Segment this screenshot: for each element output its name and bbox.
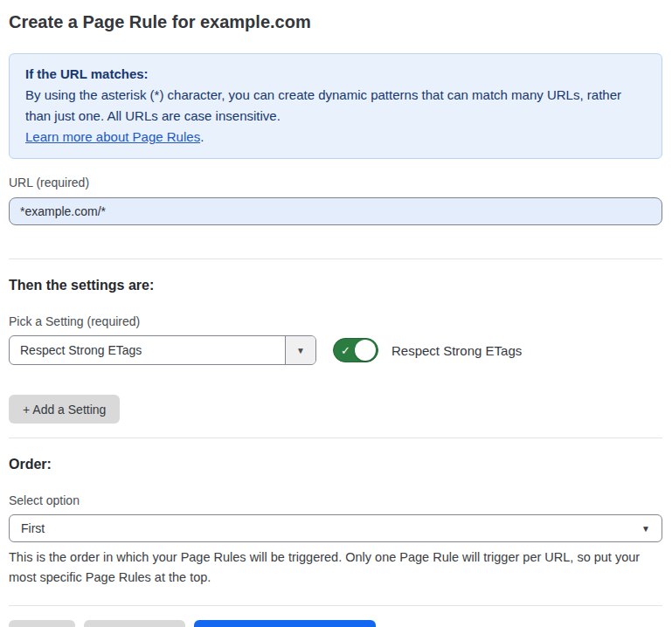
settings-heading: Then the settings are: <box>9 277 662 294</box>
url-match-info-box: If the URL matches: By using the asteris… <box>9 53 662 159</box>
info-box-link-line: Learn more about Page Rules. <box>25 127 646 148</box>
setting-select-value: Respect Strong ETags <box>10 336 285 364</box>
add-setting-button[interactable]: + Add a Setting <box>9 395 120 424</box>
caret-down-icon: ▼ <box>296 346 305 355</box>
setting-picker-label: Pick a Setting (required) <box>9 314 662 329</box>
order-heading: Order: <box>9 456 662 473</box>
setting-toggle[interactable]: ✓ <box>333 338 378 362</box>
toggle-label: Respect Strong ETags <box>391 343 522 358</box>
page-title: Create a Page Rule for example.com <box>9 10 662 33</box>
setting-row: Respect Strong ETags ▼ ✓ Respect Strong … <box>9 335 662 365</box>
link-period: . <box>200 129 204 144</box>
section-divider <box>9 605 662 606</box>
cancel-button[interactable]: Cancel <box>9 620 75 627</box>
check-icon: ✓ <box>341 345 350 356</box>
info-box-heading: If the URL matches: <box>25 64 646 85</box>
order-select-value: First <box>21 521 45 535</box>
toggle-knob <box>355 340 376 361</box>
setting-select[interactable]: Respect Strong ETags ▼ <box>9 335 316 365</box>
setting-select-dropdown-button[interactable]: ▼ <box>285 336 315 364</box>
page-rule-form: Create a Page Rule for example.com If th… <box>0 0 672 627</box>
url-label: URL (required) <box>9 175 662 190</box>
url-input[interactable] <box>9 197 662 225</box>
order-select[interactable]: First ▼ <box>9 514 662 542</box>
section-divider <box>9 258 662 259</box>
save-draft-button[interactable]: Save as Draft <box>84 620 186 627</box>
order-help-text: This is the order in which your Page Rul… <box>9 548 662 588</box>
save-deploy-button[interactable]: Save and Deploy Page Rule <box>194 620 376 627</box>
form-actions: Cancel Save as Draft Save and Deploy Pag… <box>9 620 662 627</box>
section-divider <box>9 438 662 438</box>
info-box-body: By using the asterisk (*) character, you… <box>25 85 646 127</box>
order-select-label: Select option <box>9 493 662 508</box>
caret-down-icon: ▼ <box>641 524 650 534</box>
learn-more-link[interactable]: Learn more about Page Rules <box>25 129 200 144</box>
